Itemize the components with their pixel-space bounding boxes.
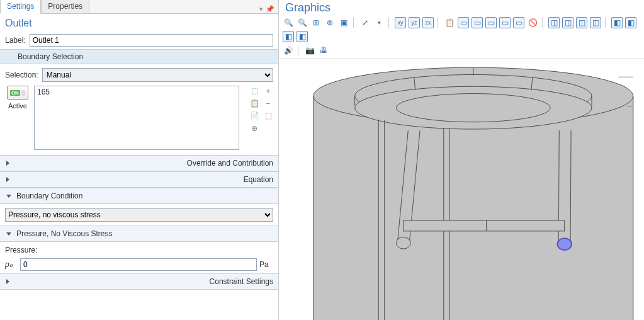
graphics-canvas[interactable] bbox=[279, 59, 644, 320]
selection-label: Selection: bbox=[5, 71, 38, 79]
view-xy-button[interactable]: xy bbox=[395, 17, 406, 28]
tab-settings[interactable]: Settings bbox=[0, 0, 41, 14]
graphics-panel: Graphics 🔍 🔍 ⊞ ⊕ ▣ ⤢ ▾ xy yz zx 📋 ▭ ▭ ▭ … bbox=[279, 0, 644, 320]
active-column: ON Active bbox=[5, 86, 30, 150]
select-icon-2[interactable]: ◫ bbox=[562, 17, 573, 28]
selection-tools: ⬚ ＋ 📋 － 📄 ⬚ ⊕ bbox=[243, 86, 273, 150]
camera-icon[interactable]: 📷 bbox=[304, 45, 315, 56]
expander-pnvs-header[interactable]: Pressure, No Viscous Stress bbox=[0, 226, 278, 242]
list-item[interactable]: 165 bbox=[37, 88, 236, 96]
view-icon-1[interactable]: ▭ bbox=[458, 17, 469, 28]
boundary-selection-header: Boundary Selection bbox=[0, 49, 278, 64]
add-icon[interactable]: ＋ bbox=[263, 86, 273, 96]
expander-override: Override and Contribution bbox=[0, 155, 278, 171]
view-icon-2[interactable]: ▭ bbox=[472, 17, 483, 28]
highlight-icon[interactable]: ⬚ bbox=[249, 86, 259, 96]
expander-equation-header[interactable]: Equation bbox=[0, 172, 278, 188]
expander-override-header[interactable]: Override and Contribution bbox=[0, 156, 278, 171]
svg-rect-22 bbox=[404, 220, 565, 231]
svg-point-18 bbox=[397, 237, 411, 249]
separator bbox=[438, 17, 440, 28]
selection-row: Selection: Manual bbox=[0, 64, 278, 86]
svg-point-4 bbox=[397, 94, 551, 122]
graphics-toolbar-2: 🔊 📷 🖶 bbox=[279, 45, 644, 59]
view-zx-button[interactable]: zx bbox=[422, 17, 434, 28]
chevron-down-icon bbox=[6, 195, 11, 198]
pressure-symbol: p₀ bbox=[5, 260, 18, 269]
pressure-row: p₀ Pa bbox=[0, 256, 278, 273]
pin-icon[interactable]: ▾ bbox=[259, 5, 263, 13]
panel-title: Outlet bbox=[0, 14, 278, 31]
selection-dropdown[interactable]: Manual bbox=[42, 68, 273, 82]
expander-bc-header[interactable]: Boundary Condition bbox=[0, 188, 278, 204]
zoom-out-icon[interactable]: 🔍 bbox=[297, 17, 308, 28]
remove-icon[interactable]: － bbox=[263, 98, 273, 108]
model-3d bbox=[279, 59, 644, 320]
clear-icon[interactable]: ⬚ bbox=[263, 111, 273, 121]
select-icon-4[interactable]: ◫ bbox=[590, 17, 601, 28]
graphics-toolbar: 🔍 🔍 ⊞ ⊕ ▣ ⤢ ▾ xy yz zx 📋 ▭ ▭ ▭ ▭ ▭ 🚫 ◫ ◫… bbox=[279, 16, 644, 45]
separator bbox=[388, 17, 391, 28]
dock-controls: ▾ 📌 bbox=[256, 5, 278, 13]
zoom-in-icon[interactable]: 🔍 bbox=[283, 17, 294, 28]
pressure-unit: Pa bbox=[259, 260, 273, 269]
label-label: Label: bbox=[5, 36, 26, 45]
copy-icon[interactable]: 📋 bbox=[249, 98, 259, 108]
bc-dropdown[interactable]: Pressure, no viscous stress bbox=[5, 208, 273, 222]
separator bbox=[605, 17, 607, 28]
hide-icon[interactable]: 🚫 bbox=[527, 17, 538, 28]
transparency-icon-3[interactable]: ◧ bbox=[283, 31, 294, 42]
transparency-icon-1[interactable]: ◧ bbox=[611, 17, 623, 28]
label-input[interactable] bbox=[30, 34, 273, 47]
select-icon-1[interactable]: ◫ bbox=[548, 17, 560, 28]
clipboard-icon[interactable]: 📋 bbox=[444, 17, 455, 28]
expander-pnvs: Pressure, No Viscous Stress Pressure: p₀… bbox=[0, 226, 278, 273]
zoom-selected-icon[interactable]: ⊕ bbox=[324, 17, 336, 28]
pressure-label: Pressure: bbox=[5, 246, 273, 254]
separator bbox=[353, 17, 356, 28]
svg-rect-0 bbox=[314, 96, 633, 320]
expander-equation: Equation bbox=[0, 171, 278, 188]
zoom-sel-icon[interactable]: ⊕ bbox=[249, 123, 259, 134]
zoom-extents-icon[interactable]: ⊞ bbox=[310, 17, 322, 28]
pressure-input[interactable] bbox=[20, 258, 257, 271]
svg-point-21 bbox=[557, 238, 572, 250]
tab-properties[interactable]: Properties bbox=[41, 0, 89, 13]
tab-bar: Settings Properties ▾ 📌 bbox=[0, 0, 278, 14]
sound-icon[interactable]: 🔊 bbox=[283, 45, 294, 56]
print-icon[interactable]: 🖶 bbox=[318, 45, 329, 56]
selection-area: ON Active 165 ⬚ ＋ 📋 － 📄 ⬚ ⊕ bbox=[0, 86, 278, 155]
paste-icon[interactable]: 📄 bbox=[249, 111, 259, 121]
active-label: Active bbox=[8, 102, 27, 110]
label-row: Label: bbox=[0, 31, 278, 49]
transparency-icon-2[interactable]: ◧ bbox=[625, 17, 636, 28]
view-icon-4[interactable]: ▭ bbox=[499, 17, 511, 28]
select-icon-3[interactable]: ◫ bbox=[576, 17, 587, 28]
transparency-icon-4[interactable]: ◧ bbox=[297, 31, 308, 42]
separator bbox=[542, 17, 545, 28]
chevron-right-icon bbox=[6, 161, 182, 166]
separator bbox=[298, 45, 300, 56]
selection-list[interactable]: 165 bbox=[34, 86, 239, 150]
view-yz-button[interactable]: yz bbox=[409, 17, 420, 28]
view-icon-3[interactable]: ▭ bbox=[485, 17, 497, 28]
chevron-down-icon bbox=[6, 232, 11, 236]
expander-constraint: Constraint Settings bbox=[0, 273, 278, 290]
settings-panel: Settings Properties ▾ 📌 Outlet Label: Bo… bbox=[0, 0, 279, 320]
view-icon-5[interactable]: ▭ bbox=[513, 17, 524, 28]
expander-constraint-header[interactable]: Constraint Settings bbox=[0, 274, 278, 290]
chevron-right-icon bbox=[6, 177, 239, 182]
chevron-right-icon bbox=[6, 279, 205, 284]
zoom-box-icon[interactable]: ▣ bbox=[338, 17, 349, 28]
graphics-title: Graphics bbox=[279, 0, 644, 16]
active-toggle[interactable]: ON bbox=[7, 86, 28, 100]
axes-icon[interactable]: ⤢ bbox=[359, 17, 371, 28]
chevron-down-icon[interactable]: ▾ bbox=[373, 17, 385, 28]
close-icon[interactable]: 📌 bbox=[266, 5, 274, 13]
expander-boundary-condition: Boundary Condition Pressure, no viscous … bbox=[0, 188, 278, 226]
